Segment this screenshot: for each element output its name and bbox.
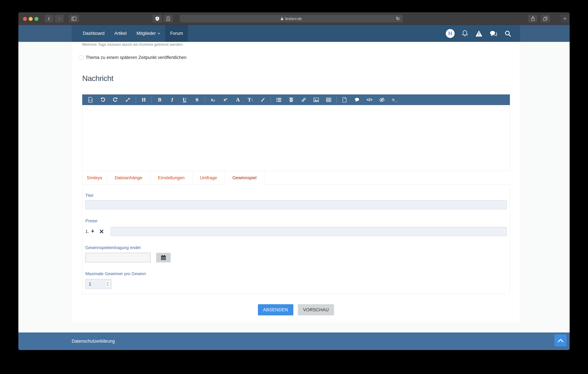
toolbar-separator [205,96,205,103]
quote-button[interactable] [353,97,361,102]
number-stepper[interactable] [105,281,110,287]
title-input[interactable] [85,200,507,209]
end-date-input[interactable] [85,253,151,262]
list-button[interactable] [275,98,283,102]
tab-umfrage[interactable]: Umfrage [192,171,225,184]
sidebar-toggle-button[interactable] [69,15,79,22]
format-brush-button[interactable] [259,97,267,102]
brush-icon [261,97,265,102]
nav-item-forum[interactable]: Forum [165,25,188,42]
undo-icon [100,97,105,102]
privacy-policy-link[interactable]: Datenschutzerklärung [72,332,115,350]
eye-slash-icon [379,97,385,102]
editor-toolbar: H B I U S x₂ x² A T ↕ [82,94,510,105]
close-window-button[interactable] [23,17,27,21]
expand-icon [126,97,130,102]
table-button[interactable] [325,98,333,102]
submit-button[interactable]: ABSENDEN [258,304,293,315]
strikethrough-button[interactable]: S [193,97,201,103]
title-field-label: Titel [85,193,93,198]
nav-item-artikel[interactable]: Artikel [109,25,132,42]
publish-later-checkbox[interactable] [79,55,83,60]
spoiler-button[interactable] [378,97,386,102]
scroll-to-top-button[interactable] [555,334,567,346]
zoom-window-button[interactable] [34,17,38,21]
remove-prize-button[interactable] [99,229,104,234]
superscript-button[interactable]: x² [221,97,229,102]
tab-smileys[interactable]: Smileys [82,171,107,184]
tab-dateianhaenge[interactable]: Dateianhänge [107,171,150,184]
user-panel: H [446,25,511,42]
share-icon [531,16,535,21]
link-button[interactable] [300,97,308,102]
share-button[interactable] [528,15,537,22]
list-icon [276,98,281,102]
site-navbar: Dashboard Artikel Mitglieder Forum H [18,25,570,42]
content-card: Mehrere Tags müssen durch ein Komma getr… [72,42,520,322]
heading-button[interactable]: H [140,97,148,103]
nav-item-dashboard[interactable]: Dashboard [78,25,109,42]
source-code-button[interactable] [86,97,94,103]
subscript-button[interactable]: x₂ [209,97,217,102]
shield-u-icon: U [155,16,159,21]
moderation-warning-icon[interactable] [475,30,483,37]
table-icon [326,98,331,102]
image-button[interactable] [312,98,320,102]
max-winners-label: Maximale Gewinner pro Gewinn [85,271,146,276]
prize-input[interactable] [111,227,507,236]
page-footer: Datenschutzerklärung [18,332,570,350]
add-prize-button[interactable]: + [91,228,94,235]
notifications-bell-icon[interactable] [462,30,468,37]
ublock-extension-button[interactable]: U [153,15,162,22]
chevron-right-icon [57,16,61,21]
new-tab-button[interactable]: + [561,15,569,22]
undo-button[interactable] [99,97,107,102]
font-size-button[interactable]: T ↕ [246,97,254,103]
prizes-label: Preise [85,218,97,224]
attach-page-button[interactable] [341,97,348,102]
user-avatar[interactable]: H [446,29,455,38]
alignment-button[interactable] [287,98,295,102]
browser-titlebar: U testsrv.de ↻ [18,12,570,25]
message-tab-menu: Smileys Dateianhänge Einstellungen Umfra… [82,171,510,185]
traffic-lights [23,17,38,21]
form-buttons: ABSENDEN VORSCHAU [72,304,520,315]
font-color-button[interactable]: A [234,97,242,103]
address-bar[interactable]: testsrv.de [180,15,403,22]
tab-overview-button[interactable] [541,15,550,22]
ghostery-extension-button[interactable] [163,15,173,22]
nav-container: Dashboard Artikel Mitglieder Forum H [72,25,520,42]
image-icon [314,98,319,102]
message-editor-area[interactable] [82,105,510,171]
tags-hint-text: Mehrere Tags müssen durch ein Komma getr… [82,42,184,47]
max-winners-field [85,279,112,289]
nav-item-mitglieder[interactable]: Mitglieder [132,25,165,42]
gewinnspiel-panel: Titel Preise 1. + Gewinnspieleintragung … [82,185,510,294]
html-source-icon [88,97,93,103]
preview-button[interactable]: VORSCHAU [298,304,334,315]
minimize-window-button[interactable] [29,17,33,21]
tab-einstellungen[interactable]: Einstellungen [150,171,192,184]
redo-button[interactable] [111,97,119,102]
toolbar-separator [336,96,337,103]
underline-button[interactable]: U [181,97,189,103]
bold-button[interactable]: B [156,97,164,103]
sidebar-icon [72,17,76,21]
remove-x-icon [99,229,104,234]
italic-button[interactable]: I [168,97,176,103]
terminal-button[interactable]: >_ [390,97,398,102]
chevron-down-icon [157,32,160,34]
stepper-up-icon [107,282,109,284]
conversations-chat-icon[interactable] [490,30,497,37]
publish-later-label: Thema zu einem späteren Zeitpunkt veröff… [86,55,187,60]
date-picker-button[interactable] [156,253,171,262]
code-button[interactable]: </> [366,97,373,102]
svg-text:U: U [157,17,158,20]
forward-button[interactable] [55,15,64,22]
back-button[interactable] [45,15,53,22]
reload-button[interactable]: ↻ [396,16,400,21]
fullscreen-button[interactable] [124,97,132,102]
tab-gewinnspiel[interactable]: Gewinnspiel [225,171,264,185]
publish-later-row: Thema zu einem späteren Zeitpunkt veröff… [79,55,187,60]
search-icon[interactable] [504,30,511,37]
